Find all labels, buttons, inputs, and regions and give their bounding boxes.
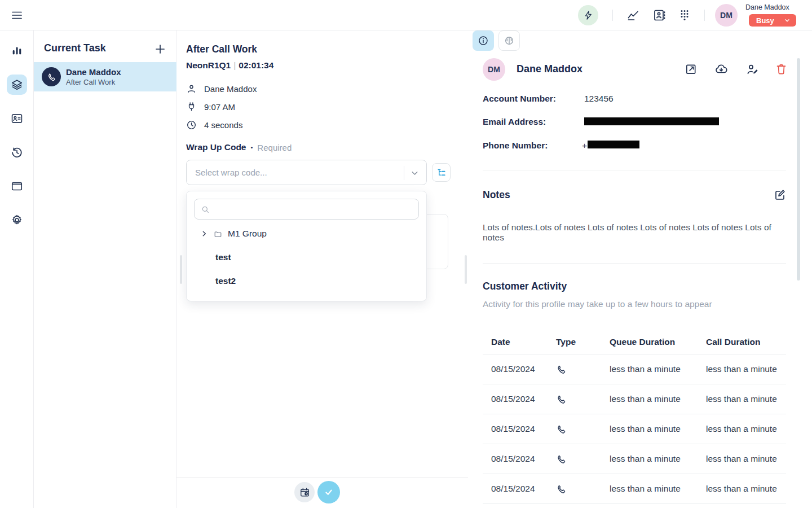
divider — [176, 477, 468, 478]
contacts-icon[interactable] — [652, 8, 666, 22]
cell-queue-duration: less than a minute — [610, 424, 706, 434]
complete-task-button[interactable] — [317, 481, 340, 503]
select-divider — [404, 166, 404, 180]
dropdown-option[interactable]: test2 — [215, 273, 236, 290]
contact-name: Dane Maddox — [517, 63, 582, 75]
wrap-code-select[interactable]: Select wrap code... — [186, 160, 427, 185]
notes-title: Notes — [483, 189, 510, 201]
nav-contacts-icon[interactable] — [7, 108, 27, 129]
task-type-label: After Call Work — [66, 78, 115, 86]
tree-view-button[interactable] — [432, 163, 451, 182]
cell-date: 08/15/2024 — [491, 454, 556, 464]
divider — [483, 170, 786, 170]
analytics-icon[interactable] — [626, 8, 640, 22]
table-row: 08/15/2024 less than a minute less than … — [483, 474, 786, 504]
current-task-panel: Current Task Dane Maddox After Call Work — [34, 30, 176, 508]
required-label: Required — [257, 143, 292, 152]
calendar-clock-icon — [299, 487, 310, 498]
task-timer: 02:01:34 — [239, 60, 273, 70]
download-profile-button[interactable] — [714, 63, 728, 76]
cell-call-duration: less than a minute — [706, 424, 786, 434]
dropdown-option-group[interactable]: M1 Group — [187, 225, 426, 242]
dropdown-search-input[interactable] — [194, 199, 419, 220]
user-name: Dane Maddox — [745, 3, 789, 11]
nav-settings-icon[interactable] — [7, 210, 27, 230]
nav-history-icon[interactable] — [7, 142, 27, 163]
check-icon — [323, 487, 334, 498]
scrollbar-thumb[interactable] — [180, 255, 182, 284]
edit-contact-button[interactable] — [745, 63, 759, 76]
dropdown-option[interactable]: test — [215, 249, 231, 266]
table-row: 08/15/2024 less than a minute less than … — [483, 414, 786, 444]
schedule-callback-button[interactable] — [294, 482, 315, 502]
open-in-new-button[interactable] — [685, 63, 698, 76]
customer-activity-subtitle: Activity for this profile may take up to… — [483, 299, 712, 309]
table-row: 08/15/2024 less than a minute less than … — [483, 444, 786, 474]
task-list-item[interactable]: Dane Maddox After Call Work — [34, 62, 176, 91]
agent-row: Dane Maddox — [186, 82, 257, 95]
contact-avatar: DM — [483, 58, 505, 81]
status-dropdown-button[interactable]: Busy — [749, 14, 796, 27]
edit-notes-button[interactable] — [773, 188, 787, 202]
tree-icon — [436, 168, 447, 178]
cell-date: 08/15/2024 — [491, 484, 556, 494]
cell-call-duration: less than a minute — [706, 454, 786, 464]
cell-date: 08/15/2024 — [491, 424, 556, 434]
connect-time: 9:07 AM — [204, 102, 235, 112]
task-contact-name: Dane Maddox — [66, 67, 121, 77]
cell-queue-duration: less than a minute — [610, 394, 706, 404]
column-header: Type — [556, 337, 610, 347]
chevron-down-icon — [784, 17, 791, 24]
phone-icon — [556, 394, 610, 405]
cell-queue-duration: less than a minute — [610, 484, 706, 494]
duration-row: 4 seconds — [186, 119, 242, 131]
cell-queue-duration: less than a minute — [610, 454, 706, 464]
phone-icon — [42, 67, 61, 86]
add-task-button[interactable] — [153, 42, 167, 56]
field-label: Email Address: — [483, 117, 546, 126]
option-label: M1 Group — [228, 229, 267, 239]
nav-browser-icon[interactable] — [7, 176, 27, 196]
status-label: Busy — [756, 16, 774, 25]
table-row: 08/15/2024 less than a minute less than … — [483, 384, 786, 414]
panel-title: Current Task — [44, 42, 106, 54]
field-email: Email Address: — [483, 117, 546, 127]
brain-icon — [504, 35, 515, 46]
task-code: NeonR1Q1 — [186, 60, 231, 70]
scrollbar-thumb[interactable] — [797, 58, 800, 281]
scrollbar-thumb[interactable] — [465, 255, 467, 284]
person-icon — [186, 84, 197, 94]
field-account-number: Account Number: 123456 — [483, 94, 556, 104]
left-nav-rail — [0, 30, 34, 508]
cell-queue-duration: less than a minute — [610, 364, 706, 374]
tab-profile-info[interactable] — [473, 30, 494, 51]
column-header: Date — [491, 337, 556, 347]
nav-tasks-icon[interactable] — [7, 75, 27, 95]
user-avatar[interactable]: DM — [715, 4, 738, 27]
tab-ai-insights[interactable] — [498, 30, 520, 51]
dialpad-icon[interactable] — [678, 8, 691, 22]
agent-name: Dane Maddox — [204, 84, 257, 94]
wrap-up-code-label: Wrap Up Code — [186, 142, 246, 152]
field-label: Phone Number: — [483, 141, 548, 150]
customer-activity-title: Customer Activity — [483, 281, 567, 292]
field-value: 123456 — [584, 94, 614, 104]
contact-profile-panel: DM Dane Maddox Account Number: 123456 Em… — [468, 30, 812, 508]
nav-dashboard-icon[interactable] — [7, 41, 27, 61]
plug-icon — [186, 102, 197, 112]
field-label: Account Number: — [483, 94, 556, 103]
cell-date: 08/15/2024 — [491, 364, 556, 374]
phone-icon — [556, 454, 610, 465]
wrap-up-code-label-row: Wrap Up Code • Required — [186, 142, 292, 152]
delete-contact-button[interactable] — [775, 63, 788, 76]
activity-table: Date Type Queue Duration Call Duration 0… — [483, 330, 786, 504]
redacted-value: + — [582, 141, 639, 151]
table-row: 08/15/2024 less than a minute less than … — [483, 354, 786, 384]
column-header: Call Duration — [706, 337, 786, 347]
task-detail-title: After Call Work — [186, 43, 257, 55]
hamburger-menu-icon[interactable] — [10, 8, 24, 22]
chevron-down-icon — [410, 168, 420, 178]
quick-actions-button[interactable] — [578, 5, 598, 25]
divider — [483, 263, 786, 264]
app-window: DM Dane Maddox Busy — [0, 0, 812, 508]
